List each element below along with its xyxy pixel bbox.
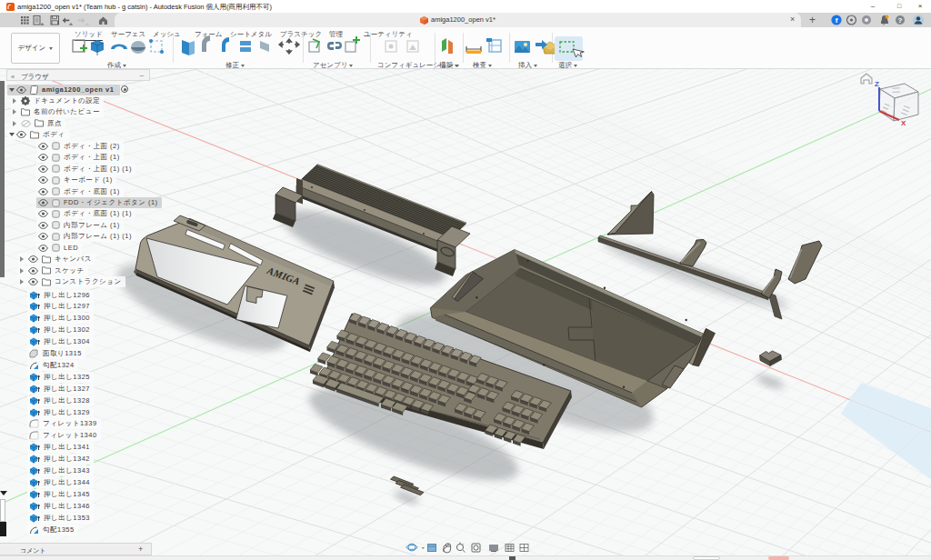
svg-text:Z: Z <box>875 80 879 88</box>
svg-text:?: ? <box>898 16 903 25</box>
svg-text:X: X <box>901 119 906 127</box>
svg-text:f: f <box>836 16 838 25</box>
